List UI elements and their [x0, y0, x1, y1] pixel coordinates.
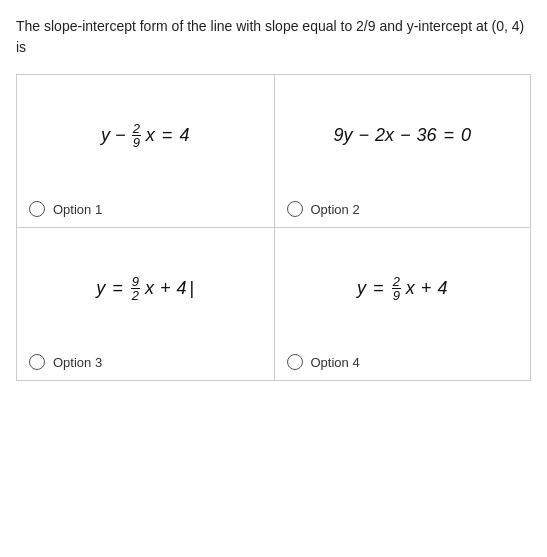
option-cell-2: 9y − 2x − 36 = 0 Option 2 — [274, 74, 532, 227]
radio-option-3[interactable] — [29, 354, 45, 370]
formula-1: y − 2 9 x = 4 — [17, 75, 274, 195]
option-label-row-1[interactable]: Option 1 — [17, 195, 114, 227]
option-label-4: Option 4 — [311, 355, 360, 370]
option-label-row-4[interactable]: Option 4 — [275, 348, 372, 380]
option-cell-3: y = 9 2 x + 4 | Option 3 — [16, 227, 274, 381]
radio-option-4[interactable] — [287, 354, 303, 370]
option-label-row-3[interactable]: Option 3 — [17, 348, 114, 380]
option-label-2: Option 2 — [311, 202, 360, 217]
radio-option-2[interactable] — [287, 201, 303, 217]
option-cell-4: y = 2 9 x + 4 Option 4 — [274, 227, 532, 381]
option-label-1: Option 1 — [53, 202, 102, 217]
option-label-row-2[interactable]: Option 2 — [275, 195, 372, 227]
option-label-3: Option 3 — [53, 355, 102, 370]
options-grid: y − 2 9 x = 4 Option 1 9y − 2x − — [16, 74, 531, 381]
question-text: The slope-intercept form of the line wit… — [16, 16, 531, 58]
option-cell-1: y − 2 9 x = 4 Option 1 — [16, 74, 274, 227]
radio-option-1[interactable] — [29, 201, 45, 217]
formula-2: 9y − 2x − 36 = 0 — [275, 75, 531, 195]
formula-4: y = 2 9 x + 4 — [275, 228, 531, 348]
formula-3: y = 9 2 x + 4 | — [17, 228, 274, 348]
